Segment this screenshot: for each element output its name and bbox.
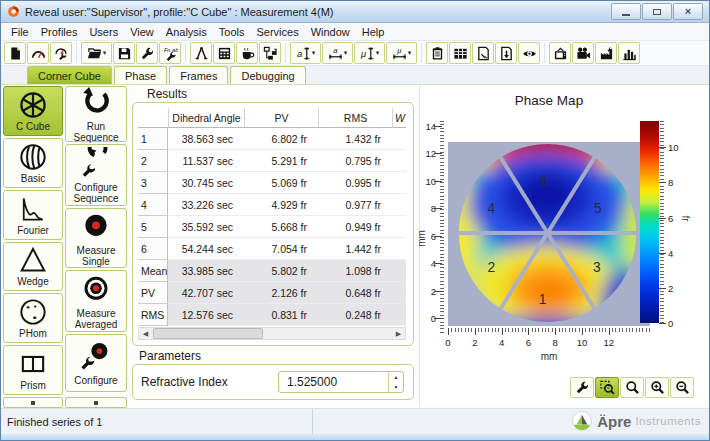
table-cell: 5.291 fr [244, 150, 318, 172]
action-measure-averaged[interactable]: Measure Averaged [65, 270, 127, 332]
movie-camera-button[interactable] [572, 42, 594, 64]
wrench-icon [140, 46, 155, 61]
factory-configure-button[interactable] [595, 42, 617, 64]
sidebar-item-c-cube[interactable]: C Cube [3, 86, 63, 136]
zoom-region-button[interactable] [595, 377, 619, 398]
menu-item-window[interactable]: Window [305, 25, 356, 39]
scrollbar-thumb[interactable] [153, 328, 263, 339]
action-run-sequence[interactable]: Run Sequence [65, 86, 127, 142]
configure-measure-icon [79, 340, 113, 374]
colorbar-major-tick [659, 182, 666, 183]
meter-button[interactable] [27, 42, 49, 64]
zoom-in-button[interactable] [645, 377, 669, 398]
row-header: RMS [138, 304, 168, 326]
text-height-mu-button[interactable]: μ▾ [354, 42, 385, 64]
modes-scroll-button[interactable] [3, 397, 63, 408]
spin-down-icon[interactable]: ▼ [389, 382, 403, 392]
data-table-button[interactable] [449, 42, 471, 64]
tab-debugging[interactable]: Debugging [230, 66, 305, 84]
action-configure-sequence[interactable]: Configure Sequence [65, 144, 127, 206]
menu-item-profiles[interactable]: Profiles [35, 25, 84, 39]
tab-phase[interactable]: Phase [114, 66, 167, 84]
sidebar-item-wedge[interactable]: Wedge [3, 242, 63, 292]
actions-scroll-button[interactable] [65, 397, 127, 408]
phase-map-canvas[interactable]: 123456 [448, 142, 650, 326]
clipboard-button[interactable] [426, 42, 448, 64]
sidebar-item-prism[interactable]: Prism [3, 345, 63, 395]
hierarchy-button[interactable] [259, 42, 281, 64]
wrench-button[interactable] [136, 42, 158, 64]
caliper-icon [194, 46, 209, 61]
minimize-button[interactable] [611, 3, 641, 20]
function-setup-button[interactable]: Fn,ab [159, 42, 181, 64]
action-label: Measure Averaged [66, 308, 126, 330]
table-cell-partial [392, 150, 406, 172]
toolbar-separator [285, 43, 286, 63]
menu-item-file[interactable]: File [5, 25, 35, 39]
action-label: Configure [74, 375, 117, 386]
spin-up-icon[interactable]: ▲ [389, 372, 403, 382]
row-header: 6 [138, 238, 168, 260]
sidebar-item-fourier[interactable]: Fourier [3, 190, 63, 240]
x-axis-major-tick [528, 328, 529, 335]
close-button[interactable]: × [673, 3, 703, 20]
zoom-button[interactable] [620, 377, 644, 398]
table-cell-partial [392, 304, 406, 326]
x-axis-tick-label: 10 [575, 337, 589, 348]
table-horizontal-scrollbar[interactable]: ◀ ▶ [138, 327, 406, 340]
caliper-button[interactable] [190, 42, 212, 64]
calculator-button[interactable] [213, 42, 235, 64]
width-a-button[interactable]: a▾ [322, 42, 353, 64]
menu-bar: FileProfilesUsersViewAnalysisToolsServic… [1, 23, 709, 41]
meter-configure-button[interactable] [50, 42, 72, 64]
map-configure-button[interactable] [570, 377, 594, 398]
new-measurement-button[interactable] [4, 42, 26, 64]
tab-frames[interactable]: Frames [169, 66, 228, 84]
scroll-left-icon[interactable]: ◀ [139, 328, 152, 339]
save-button[interactable] [113, 42, 135, 64]
coffee-cup-button[interactable] [236, 42, 258, 64]
x-axis-tick-label: 6 [521, 337, 535, 348]
zoom-out-button[interactable] [670, 377, 694, 398]
brand-name: Äpre [597, 413, 631, 430]
colorbar-tick-label: 6 [668, 213, 673, 224]
tv-monitor-button[interactable] [549, 42, 571, 64]
export-document-button[interactable] [495, 42, 517, 64]
table-row: 433.226 sec4.929 fr0.977 fr [138, 194, 406, 216]
menu-item-help[interactable]: Help [356, 25, 391, 39]
action-configure[interactable]: Configure [65, 334, 127, 392]
menu-item-tools[interactable]: Tools [213, 25, 251, 39]
histogram-button[interactable] [618, 42, 640, 64]
table-cell: 0.648 fr [318, 282, 392, 304]
menu-item-services[interactable]: Services [250, 25, 304, 39]
map-configure-icon [575, 380, 590, 395]
menu-item-users[interactable]: Users [83, 25, 124, 39]
table-cell-partial [392, 172, 406, 194]
table-cell: 0.831 fr [244, 304, 318, 326]
x-axis-major-tick [475, 328, 476, 335]
report-document-button[interactable] [472, 42, 494, 64]
action-measure-single[interactable]: Measure Single [65, 208, 127, 268]
open-folder-button[interactable]: ▾ [81, 42, 112, 64]
text-height-a-button[interactable]: a▾ [290, 42, 321, 64]
menu-item-analysis[interactable]: Analysis [160, 25, 213, 39]
maximize-button[interactable] [642, 3, 672, 20]
table-cell: 33.226 sec [168, 194, 244, 216]
menu-item-view[interactable]: View [124, 25, 160, 39]
c-cube-icon [17, 90, 49, 120]
refractive-index-field[interactable]: 1.525000 ▲ ▼ [278, 371, 404, 393]
clipboard-icon [430, 46, 445, 61]
map-toolbar [570, 377, 694, 398]
refractive-index-label: Refractive Index [141, 375, 228, 389]
sidebar-item-phom[interactable]: PHom [3, 293, 63, 343]
refractive-index-value[interactable]: 1.525000 [279, 375, 388, 389]
eye-button[interactable] [518, 42, 540, 64]
width-mu-button[interactable]: μ▾ [386, 42, 417, 64]
sidebar-item-label: Fourier [17, 225, 49, 236]
scroll-right-icon[interactable]: ▶ [392, 328, 405, 339]
reveal-window: Reveal user:"Supervisor", profile:"C Cub… [0, 0, 710, 441]
table-row: RMS12.576 sec0.831 fr0.248 fr [138, 304, 406, 326]
segment-label-5: 5 [594, 200, 602, 216]
tab-corner-cube[interactable]: Corner Cube [27, 66, 112, 84]
sidebar-item-basic[interactable]: Basic [3, 138, 63, 188]
